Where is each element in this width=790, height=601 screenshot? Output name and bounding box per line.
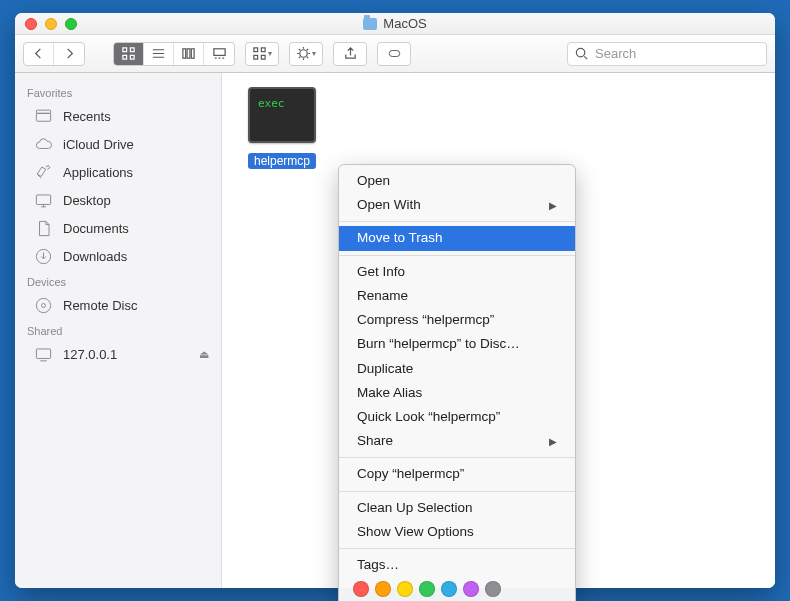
svg-rect-6 bbox=[191, 49, 194, 58]
sidebar-item-label: Documents bbox=[63, 221, 129, 236]
submenu-arrow-icon: ▶ bbox=[549, 435, 557, 449]
list-view-button[interactable] bbox=[144, 43, 174, 65]
nav-buttons bbox=[23, 42, 85, 66]
exec-icon: exec bbox=[248, 87, 316, 143]
menu-rename[interactable]: Rename bbox=[339, 284, 575, 308]
sidebar-item-label: Remote Disc bbox=[63, 298, 137, 313]
tag-red[interactable] bbox=[353, 581, 369, 597]
minimize-button[interactable] bbox=[45, 18, 57, 30]
sidebar: Favorites Recents iCloud Drive Applicati… bbox=[15, 73, 222, 588]
sidebar-item-label: Downloads bbox=[63, 249, 127, 264]
sidebar-item-shared-host[interactable]: 127.0.0.1 ⏏ bbox=[15, 340, 221, 368]
menu-open-with[interactable]: Open With▶ bbox=[339, 193, 575, 217]
menu-move-to-trash[interactable]: Move to Trash bbox=[339, 226, 575, 250]
sidebar-item-label: Applications bbox=[63, 165, 133, 180]
tag-colors bbox=[339, 577, 575, 601]
file-name[interactable]: helpermcp bbox=[248, 153, 316, 169]
svg-rect-3 bbox=[130, 55, 134, 59]
desktop-icon bbox=[33, 191, 53, 209]
svg-point-20 bbox=[41, 303, 45, 307]
tag-purple[interactable] bbox=[463, 581, 479, 597]
menu-view-options[interactable]: Show View Options bbox=[339, 520, 575, 544]
section-shared: Shared bbox=[15, 319, 221, 340]
svg-rect-11 bbox=[261, 55, 265, 59]
documents-icon bbox=[33, 219, 53, 237]
recents-icon bbox=[33, 107, 53, 125]
share-button[interactable] bbox=[333, 42, 367, 66]
svg-rect-1 bbox=[130, 48, 134, 52]
svg-point-14 bbox=[576, 48, 584, 56]
sidebar-item-label: 127.0.0.1 bbox=[63, 347, 117, 362]
menu-share[interactable]: Share▶ bbox=[339, 429, 575, 453]
svg-rect-7 bbox=[213, 49, 224, 56]
applications-icon bbox=[33, 163, 53, 181]
tag-blue[interactable] bbox=[441, 581, 457, 597]
menu-duplicate[interactable]: Duplicate bbox=[339, 357, 575, 381]
svg-point-19 bbox=[36, 298, 50, 312]
search-icon bbox=[574, 46, 589, 61]
gallery-view-button[interactable] bbox=[204, 43, 234, 65]
zoom-button[interactable] bbox=[65, 18, 77, 30]
titlebar: MacOS bbox=[15, 13, 775, 35]
action-button[interactable]: ▾ bbox=[289, 42, 323, 66]
group-button[interactable]: ▾ bbox=[245, 42, 279, 66]
tag-orange[interactable] bbox=[375, 581, 391, 597]
eject-icon[interactable]: ⏏ bbox=[199, 348, 209, 361]
icon-view-button[interactable] bbox=[114, 43, 144, 65]
sidebar-item-label: Recents bbox=[63, 109, 111, 124]
svg-rect-2 bbox=[123, 55, 127, 59]
cloud-icon bbox=[33, 135, 53, 153]
menu-clean-up[interactable]: Clean Up Selection bbox=[339, 496, 575, 520]
tag-yellow[interactable] bbox=[397, 581, 413, 597]
menu-make-alias[interactable]: Make Alias bbox=[339, 381, 575, 405]
svg-rect-17 bbox=[36, 194, 50, 204]
window-controls bbox=[15, 18, 77, 30]
tag-gray[interactable] bbox=[485, 581, 501, 597]
downloads-icon bbox=[33, 247, 53, 265]
section-favorites: Favorites bbox=[15, 81, 221, 102]
svg-rect-8 bbox=[254, 48, 258, 52]
sidebar-item-icloud[interactable]: iCloud Drive bbox=[15, 130, 221, 158]
sidebar-item-applications[interactable]: Applications bbox=[15, 158, 221, 186]
svg-point-12 bbox=[300, 50, 308, 58]
sidebar-item-label: iCloud Drive bbox=[63, 137, 134, 152]
display-icon bbox=[33, 345, 53, 363]
svg-rect-15 bbox=[36, 113, 50, 121]
menu-quick-look[interactable]: Quick Look “helpermcp” bbox=[339, 405, 575, 429]
svg-rect-13 bbox=[389, 51, 400, 57]
svg-rect-10 bbox=[254, 55, 258, 59]
sidebar-item-desktop[interactable]: Desktop bbox=[15, 186, 221, 214]
file-item[interactable]: exec helpermcp bbox=[240, 87, 324, 169]
toolbar: ▾ ▾ Search bbox=[15, 35, 775, 73]
svg-rect-16 bbox=[36, 110, 50, 113]
sidebar-item-label: Desktop bbox=[63, 193, 111, 208]
context-menu: Open Open With▶ Move to Trash Get Info R… bbox=[338, 164, 576, 601]
svg-rect-21 bbox=[36, 348, 50, 358]
svg-rect-0 bbox=[123, 48, 127, 52]
disc-icon bbox=[33, 296, 53, 314]
svg-rect-4 bbox=[183, 49, 186, 58]
svg-rect-9 bbox=[261, 48, 265, 52]
exec-text: exec bbox=[258, 97, 285, 110]
sidebar-item-downloads[interactable]: Downloads bbox=[15, 242, 221, 270]
menu-get-info[interactable]: Get Info bbox=[339, 260, 575, 284]
menu-open[interactable]: Open bbox=[339, 169, 575, 193]
view-switch bbox=[113, 42, 235, 66]
menu-tags[interactable]: Tags… bbox=[339, 553, 575, 577]
menu-burn[interactable]: Burn “helpermcp” to Disc… bbox=[339, 332, 575, 356]
close-button[interactable] bbox=[25, 18, 37, 30]
forward-button[interactable] bbox=[54, 43, 84, 65]
section-devices: Devices bbox=[15, 270, 221, 291]
svg-rect-5 bbox=[187, 49, 190, 58]
tags-button[interactable] bbox=[377, 42, 411, 66]
sidebar-item-remote-disc[interactable]: Remote Disc bbox=[15, 291, 221, 319]
column-view-button[interactable] bbox=[174, 43, 204, 65]
sidebar-item-documents[interactable]: Documents bbox=[15, 214, 221, 242]
menu-compress[interactable]: Compress “helpermcp” bbox=[339, 308, 575, 332]
back-button[interactable] bbox=[24, 43, 54, 65]
tag-green[interactable] bbox=[419, 581, 435, 597]
sidebar-item-recents[interactable]: Recents bbox=[15, 102, 221, 130]
folder-icon bbox=[363, 18, 377, 30]
menu-copy[interactable]: Copy “helpermcp” bbox=[339, 462, 575, 486]
search-field[interactable]: Search bbox=[567, 42, 767, 66]
